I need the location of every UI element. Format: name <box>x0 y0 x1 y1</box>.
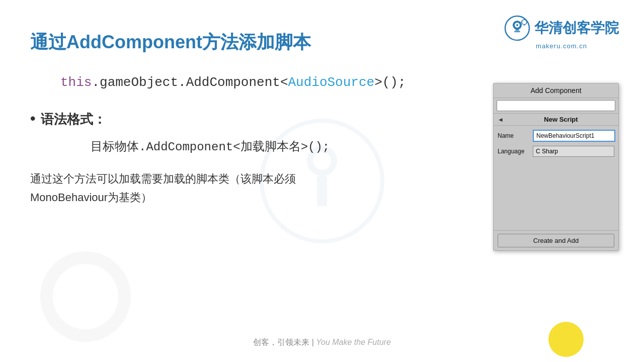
nav-label: New Script <box>508 116 614 123</box>
name-field-row: Name <box>498 130 614 142</box>
bullet-label: 语法格式： <box>41 111 106 128</box>
name-input[interactable] <box>533 130 615 142</box>
panel-title: Add Component <box>494 83 618 98</box>
name-label: Name <box>498 132 533 139</box>
language-select-wrapper[interactable]: C Sharp JavaScript Boo <box>533 146 614 157</box>
panel-search-area[interactable] <box>494 98 618 114</box>
svg-rect-9 <box>514 31 520 32</box>
logo-icon: 华清创客学院 <box>504 15 619 41</box>
panel-spacer <box>498 161 614 226</box>
logo-area: 华清创客学院 makeru.com.cn <box>504 15 619 50</box>
logo-svg <box>504 15 530 41</box>
language-label: Language <box>498 148 533 155</box>
panel-footer: Create and Add <box>494 230 618 250</box>
svg-rect-8 <box>515 30 519 31</box>
code-method: .gameObject.AddComponent< <box>92 75 288 90</box>
nav-back-arrow[interactable]: ◄ <box>498 116 504 123</box>
bullet-dot: • <box>30 110 36 127</box>
search-input[interactable] <box>497 100 615 111</box>
bg-circle-decoration <box>40 251 131 342</box>
footer-text: 创客，引领未来 | <box>253 338 316 346</box>
panel-nav: ◄ New Script <box>494 114 618 126</box>
svg-point-7 <box>516 24 518 26</box>
footer-italic: You Make the Future <box>316 338 391 346</box>
footer: 创客，引领未来 | You Make the Future <box>253 337 391 348</box>
create-and-add-button[interactable]: Create and Add <box>498 234 614 247</box>
yellow-circle-decoration <box>548 322 584 357</box>
logo-brand-text: 华清创客学院 <box>534 19 619 38</box>
add-component-panel: Add Component ◄ New Script Name Language… <box>493 83 619 251</box>
code-type: AudioSource <box>288 75 375 90</box>
logo-url-text: makeru.com.cn <box>536 42 587 50</box>
code-this: this <box>60 75 92 90</box>
code-suffix: >(); <box>374 75 406 90</box>
panel-body: Name Language C Sharp JavaScript Boo <box>494 126 618 230</box>
language-select[interactable]: C Sharp JavaScript Boo <box>533 146 614 157</box>
language-field-row: Language C Sharp JavaScript Boo <box>498 146 614 157</box>
